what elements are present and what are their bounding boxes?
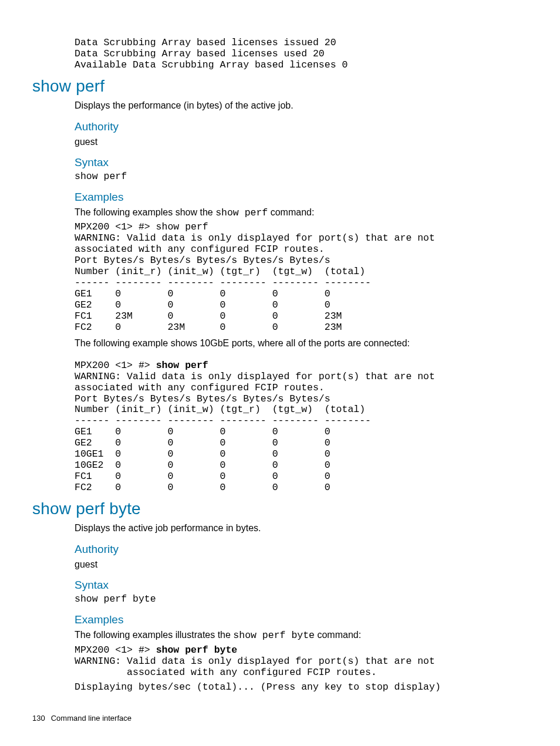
text-fragment: command: xyxy=(268,207,314,217)
inline-command: show perf xyxy=(215,207,268,218)
example-output-2: MPX200 <1> #> show perf WARNING: Valid d… xyxy=(75,360,507,494)
authority-heading: Authority xyxy=(75,543,507,556)
output-rest: WARNING: Valid data is only displayed fo… xyxy=(75,371,435,494)
output-rest: WARNING: Valid data is only displayed fo… xyxy=(75,656,435,678)
prompt-text: MPX200 <1> #> xyxy=(75,644,156,656)
syntax-heading: Syntax xyxy=(75,579,507,592)
authority-value: guest xyxy=(75,558,507,571)
examples-intro: The following examples show the show per… xyxy=(75,206,507,220)
authority-heading: Authority xyxy=(75,120,507,133)
footer-label: Command line interface xyxy=(51,714,131,723)
bold-command: show perf byte xyxy=(156,644,238,656)
syntax-value: show perf xyxy=(75,171,507,183)
heading-show-perf: show perf xyxy=(32,77,507,96)
example-output-1: MPX200 <1> #> show perf WARNING: Valid d… xyxy=(75,222,507,333)
authority-value: guest xyxy=(75,136,507,148)
text-fragment: The following examples show the xyxy=(75,207,215,217)
example-output-3: MPX200 <1> #> show perf byte WARNING: Va… xyxy=(75,645,507,679)
examples-intro: The following examples illustrates the s… xyxy=(75,629,507,642)
page-footer: 130Command line interface xyxy=(32,714,131,723)
examples-heading: Examples xyxy=(75,613,507,626)
show-perf-byte-intro: Displays the active job performance in b… xyxy=(75,522,507,535)
text-fragment: command: xyxy=(315,630,361,640)
license-output: Data Scrubbing Array based licenses issu… xyxy=(75,38,507,71)
bold-command: show perf xyxy=(156,360,208,371)
heading-show-perf-byte: show perf byte xyxy=(32,499,507,518)
syntax-value: show perf byte xyxy=(75,594,507,605)
page-number: 130 xyxy=(32,714,45,723)
inline-command: show perf byte xyxy=(233,630,315,641)
syntax-heading: Syntax xyxy=(75,156,507,169)
example-between-text: The following example shows 10GbE ports,… xyxy=(75,337,507,350)
text-fragment: The following examples illustrates the xyxy=(75,630,233,640)
show-perf-intro: Displays the performance (in bytes) of t… xyxy=(75,99,507,112)
examples-heading: Examples xyxy=(75,191,507,204)
example-output-3-last: Displaying bytes/sec (total)... (Press a… xyxy=(75,682,507,693)
prompt-text: MPX200 <1> #> xyxy=(75,360,156,371)
